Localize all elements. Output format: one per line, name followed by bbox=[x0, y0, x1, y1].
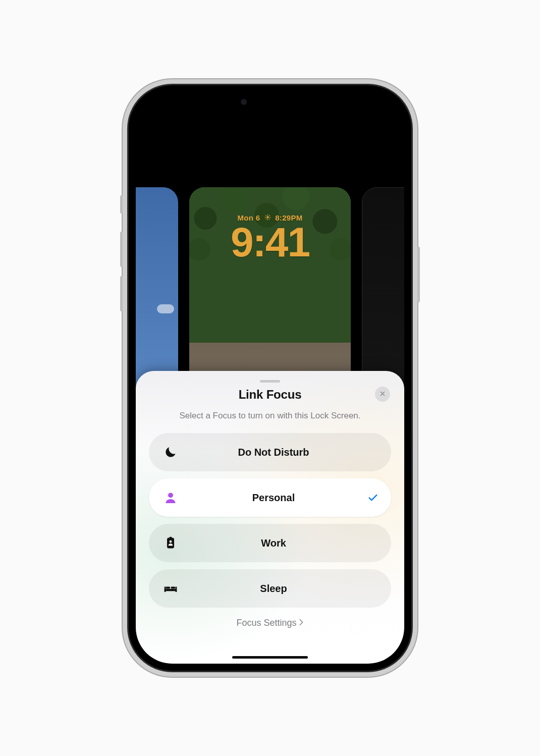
close-button[interactable] bbox=[375, 387, 390, 402]
svg-rect-17 bbox=[171, 587, 175, 589]
screen: Mon 6 8:29PM 9:41 Link Focus bbox=[136, 92, 404, 664]
widget-pill bbox=[157, 304, 174, 313]
moon-icon bbox=[152, 445, 189, 459]
mute-switch[interactable] bbox=[120, 195, 123, 213]
close-icon bbox=[380, 390, 386, 399]
wallpaper-illustration bbox=[189, 187, 351, 343]
svg-rect-11 bbox=[170, 537, 172, 538]
focus-option-label: Do Not Disturb bbox=[189, 447, 358, 458]
focus-settings-link[interactable]: Focus Settings bbox=[149, 618, 391, 628]
focus-option-work[interactable]: Work bbox=[149, 524, 391, 562]
sheet-title: Link Focus bbox=[149, 388, 391, 402]
focus-settings-label: Focus Settings bbox=[236, 618, 296, 628]
svg-point-0 bbox=[266, 216, 268, 218]
focus-option-do-not-disturb[interactable]: Do Not Disturb bbox=[149, 433, 391, 471]
volume-up-button[interactable] bbox=[120, 232, 123, 267]
svg-line-8 bbox=[269, 215, 269, 216]
iphone-device-frame: Mon 6 8:29PM 9:41 Link Focus bbox=[129, 85, 411, 671]
person-icon bbox=[152, 491, 189, 505]
chevron-right-icon bbox=[299, 618, 304, 628]
svg-rect-16 bbox=[166, 587, 170, 589]
focus-list: Do Not Disturb Personal Wo bbox=[149, 433, 391, 608]
focus-option-label: Personal bbox=[189, 492, 358, 504]
checkmark-icon bbox=[358, 492, 388, 503]
sheet-header: Link Focus bbox=[149, 388, 391, 402]
focus-option-label: Sleep bbox=[189, 583, 358, 595]
link-focus-sheet: Link Focus Select a Focus to turn on wit… bbox=[136, 371, 404, 664]
volume-down-button[interactable] bbox=[120, 276, 123, 311]
svg-point-9 bbox=[168, 493, 173, 498]
svg-rect-10 bbox=[167, 538, 174, 549]
sheet-grabber[interactable] bbox=[260, 380, 280, 383]
bed-icon bbox=[152, 581, 189, 596]
lockscreen-time: 9:41 bbox=[189, 223, 351, 261]
svg-rect-15 bbox=[165, 589, 177, 591]
focus-option-sleep[interactable]: Sleep bbox=[149, 569, 391, 608]
home-indicator[interactable] bbox=[232, 656, 308, 659]
notch bbox=[220, 92, 320, 112]
lockscreen-clock-overlay: Mon 6 8:29PM 9:41 bbox=[189, 213, 351, 261]
side-button[interactable] bbox=[417, 247, 420, 302]
badge-icon bbox=[152, 536, 189, 550]
sheet-subtitle: Select a Focus to turn on with this Lock… bbox=[149, 411, 391, 421]
focus-option-personal[interactable]: Personal bbox=[149, 478, 391, 517]
svg-point-12 bbox=[170, 541, 172, 543]
svg-line-5 bbox=[265, 215, 266, 216]
focus-option-label: Work bbox=[189, 537, 358, 549]
